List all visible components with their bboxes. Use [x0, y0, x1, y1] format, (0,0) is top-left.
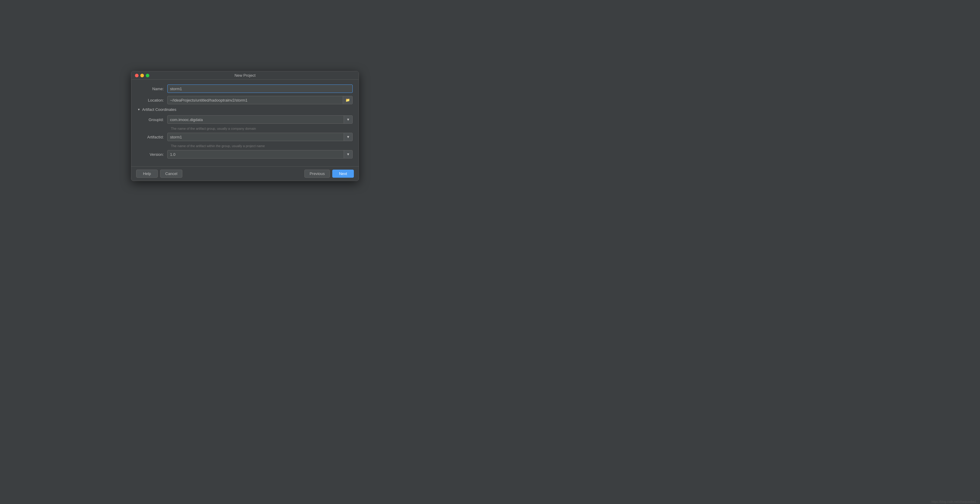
version-label: Version:	[137, 152, 167, 157]
location-row: Location: 📁	[137, 96, 353, 104]
groupid-browse-button[interactable]: ▼	[344, 116, 352, 124]
previous-button[interactable]: Previous	[304, 170, 330, 178]
location-input-wrapper: 📁	[167, 96, 353, 104]
name-label: Name:	[137, 87, 167, 91]
name-input[interactable]	[167, 84, 353, 93]
artifactid-label: ArtifactId:	[137, 135, 167, 139]
location-input[interactable]	[168, 97, 343, 104]
footer-left: Help Cancel	[136, 170, 182, 178]
collapse-chevron[interactable]: ▼	[137, 108, 140, 111]
groupid-input[interactable]	[168, 116, 344, 123]
artifactid-browse-button[interactable]: ▼	[344, 133, 352, 141]
version-input[interactable]	[168, 151, 344, 158]
name-row: Name:	[137, 84, 353, 93]
title-bar: New Project	[131, 71, 359, 80]
browse-button[interactable]: 📁	[343, 96, 352, 104]
location-label: Location:	[137, 98, 167, 103]
dialog-body: Name: Location: 📁 ▼ Artifact Coordinates…	[131, 80, 359, 166]
footer-right: Previous Next	[304, 170, 354, 178]
groupid-input-wrapper: ▼	[167, 116, 353, 124]
artifactid-hint: The name of the artifact within the grou…	[171, 144, 353, 148]
artifact-section-title: Artifact Coordinates	[142, 107, 176, 112]
groupid-label: GroupId:	[137, 117, 167, 122]
cancel-button[interactable]: Cancel	[160, 170, 182, 178]
version-browse-button[interactable]: ▼	[344, 151, 352, 158]
dialog-footer: Help Cancel Previous Next	[131, 166, 359, 181]
new-project-dialog: New Project Name: Location: 📁 ▼ Artifact…	[131, 71, 359, 181]
maximize-button[interactable]	[146, 74, 150, 77]
groupid-hint: The name of the artifact group, usually …	[171, 127, 353, 130]
version-input-wrapper: ▼	[167, 150, 353, 158]
groupid-row: GroupId: ▼	[137, 116, 353, 124]
artifactid-input-wrapper: ▼	[167, 133, 353, 141]
window-controls	[135, 74, 150, 77]
help-button[interactable]: Help	[136, 170, 158, 178]
close-button[interactable]	[135, 74, 138, 77]
version-row: Version: ▼	[137, 150, 353, 158]
minimize-button[interactable]	[140, 74, 144, 77]
artifactid-input[interactable]	[168, 134, 344, 141]
dialog-title: New Project	[234, 73, 256, 78]
artifact-section-header: ▼ Artifact Coordinates	[137, 107, 353, 112]
artifact-section: ▼ Artifact Coordinates GroupId: ▼ The na…	[137, 107, 353, 158]
artifactid-row: ArtifactId: ▼	[137, 133, 353, 141]
next-button[interactable]: Next	[332, 170, 354, 178]
